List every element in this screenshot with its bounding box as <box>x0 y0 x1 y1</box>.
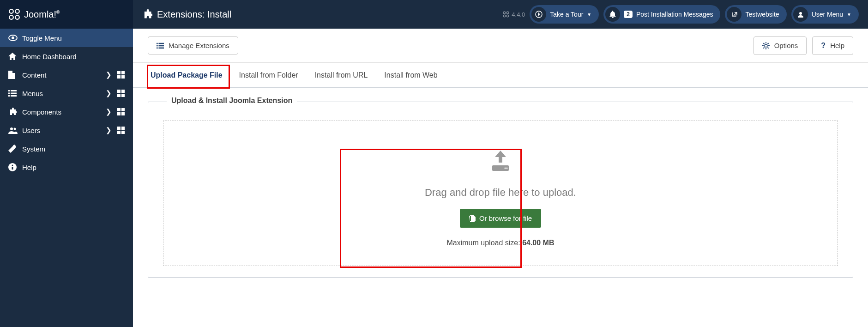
puzzle-icon <box>8 108 17 116</box>
svg-rect-40 <box>158 42 164 44</box>
user-menu-button[interactable]: User Menu ▼ <box>791 5 859 24</box>
take-tour-label: Take a Tour <box>550 11 583 18</box>
tabs: Upload Package File Install from Folder … <box>133 63 868 88</box>
site-name-label: Testwebsite <box>745 11 779 18</box>
svg-rect-10 <box>8 90 10 91</box>
file-icon <box>8 71 15 79</box>
svg-rect-15 <box>11 95 17 97</box>
home-icon <box>8 53 17 60</box>
chevron-right-icon: ❯ <box>106 108 112 116</box>
svg-rect-9 <box>121 75 125 79</box>
bell-icon <box>609 11 616 18</box>
sidebar-content-label: Content <box>22 71 106 79</box>
version-label: 4.4.0 <box>512 11 525 18</box>
svg-rect-26 <box>117 127 121 130</box>
tab-upload-package[interactable]: Upload Package File <box>142 63 231 87</box>
chevron-down-icon: ▼ <box>587 12 591 17</box>
svg-rect-13 <box>11 93 17 94</box>
header: Extensions: Install 4.4.0 Take a Tour ▼ … <box>133 0 868 29</box>
svg-point-0 <box>9 9 13 13</box>
version-text[interactable]: 4.4.0 <box>503 11 525 18</box>
grid-icon[interactable] <box>117 108 125 115</box>
manage-extensions-button[interactable]: Manage Extensions <box>148 36 238 54</box>
logo[interactable]: Joomla!® <box>0 0 133 29</box>
svg-rect-16 <box>117 90 121 93</box>
user-menu-label: User Menu <box>812 11 843 18</box>
svg-rect-21 <box>121 108 125 111</box>
help-button[interactable]: ? Help <box>812 36 853 55</box>
svg-point-38 <box>799 12 802 15</box>
options-button[interactable]: Options <box>753 36 807 55</box>
svg-rect-19 <box>121 94 125 97</box>
sidebar-content[interactable]: Content ❯ <box>0 66 133 84</box>
take-tour-button[interactable]: Take a Tour ▼ <box>530 5 599 24</box>
logo-text: Joomla!® <box>24 9 60 20</box>
chevron-right-icon: ❯ <box>106 126 112 134</box>
sidebar-users-label: Users <box>22 127 106 134</box>
tab-install-folder[interactable]: Install from Folder <box>231 63 307 87</box>
options-label: Options <box>774 42 798 49</box>
tab-install-web[interactable]: Install from Web <box>376 63 446 87</box>
user-icon <box>797 11 804 18</box>
sidebar-menus-label: Menus <box>22 90 106 97</box>
svg-point-3 <box>15 15 19 19</box>
file-icon <box>469 215 476 222</box>
page-title: Extensions: Install <box>142 9 231 20</box>
wrench-icon <box>8 145 17 153</box>
sidebar-components[interactable]: Components ❯ <box>0 103 133 121</box>
svg-point-2 <box>9 15 13 19</box>
svg-rect-28 <box>117 131 121 134</box>
sidebar-toggle-label: Toggle Menu <box>22 34 125 42</box>
list-icon <box>8 90 17 97</box>
svg-point-33 <box>503 12 506 14</box>
svg-rect-12 <box>8 93 10 94</box>
svg-rect-8 <box>117 75 121 79</box>
svg-rect-44 <box>158 47 164 48</box>
dropzone[interactable]: Drag and drop file here to upload. Or br… <box>163 121 838 266</box>
browse-file-button[interactable]: Or browse for file <box>460 209 541 228</box>
chevron-down-icon: ▼ <box>847 12 851 17</box>
sidebar-help[interactable]: Help <box>0 158 133 176</box>
users-icon <box>8 127 18 134</box>
main: Extensions: Install 4.4.0 Take a Tour ▼ … <box>133 0 868 327</box>
svg-rect-17 <box>121 90 125 93</box>
svg-rect-20 <box>117 108 121 111</box>
sidebar-toggle-menu[interactable]: Toggle Menu <box>0 29 133 47</box>
svg-rect-11 <box>11 90 17 91</box>
svg-point-35 <box>503 15 506 17</box>
grid-icon[interactable] <box>117 71 125 79</box>
toolbar: Manage Extensions Options ? Help <box>133 29 868 63</box>
svg-rect-43 <box>157 47 158 48</box>
sidebar-system[interactable]: System <box>0 139 133 158</box>
sidebar-home[interactable]: Home Dashboard <box>0 47 133 66</box>
svg-rect-41 <box>157 45 158 46</box>
joomla-small-icon <box>503 11 509 18</box>
notifications-button[interactable]: 2 Post Installation Messages <box>603 5 720 24</box>
svg-rect-22 <box>117 112 121 115</box>
content-area: Upload & Install Joomla Extension Drag a… <box>133 88 868 291</box>
grid-icon[interactable] <box>117 90 125 97</box>
grid-icon[interactable] <box>117 127 125 134</box>
sidebar-menus[interactable]: Menus ❯ <box>0 84 133 103</box>
svg-point-45 <box>765 44 767 47</box>
sidebar-components-label: Components <box>22 108 106 116</box>
svg-rect-23 <box>121 112 125 115</box>
svg-point-34 <box>506 12 509 14</box>
external-link-icon <box>731 11 737 18</box>
upload-size-text: Maximum upload size: 64.00 MB <box>447 239 555 247</box>
info-icon <box>8 163 17 171</box>
fieldset-legend: Upload & Install Joomla Extension <box>167 97 297 105</box>
notif-count: 2 <box>624 11 633 18</box>
sidebar-users[interactable]: Users ❯ <box>0 121 133 139</box>
site-link-button[interactable]: Testwebsite <box>725 5 786 24</box>
gear-icon <box>762 42 770 49</box>
sidebar-home-label: Home Dashboard <box>22 53 125 61</box>
svg-rect-7 <box>121 71 125 74</box>
drop-text: Drag and drop file here to upload. <box>425 187 576 199</box>
tab-install-url[interactable]: Install from URL <box>307 63 376 87</box>
svg-rect-14 <box>8 95 10 97</box>
svg-rect-27 <box>121 127 125 130</box>
svg-point-47 <box>505 168 506 169</box>
svg-rect-18 <box>117 94 121 97</box>
svg-rect-6 <box>117 71 121 74</box>
